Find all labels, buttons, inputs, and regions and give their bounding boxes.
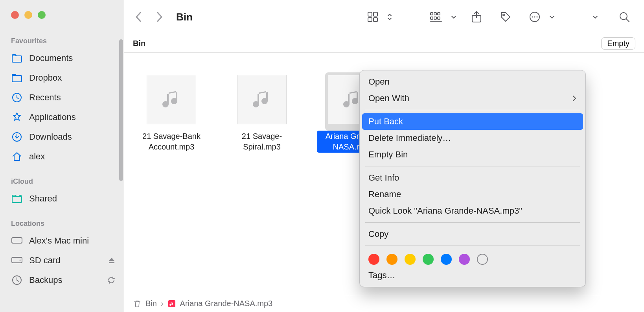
toolbar: Bin xyxy=(124,0,644,34)
sidebar-item-label: alex xyxy=(29,151,45,162)
svg-rect-15 xyxy=(431,13,433,15)
shared-folder-icon xyxy=(11,193,23,205)
navigation-buttons xyxy=(133,11,165,22)
audio-file-icon xyxy=(167,299,176,308)
sidebar-item-dropbox[interactable]: Dropbox xyxy=(0,68,124,88)
menu-item-open[interactable]: Open xyxy=(360,74,585,90)
actions-button[interactable] xyxy=(524,9,557,25)
file-item[interactable]: 21 Savage-Bank Account.mp3 xyxy=(136,72,207,153)
chevron-down-icon xyxy=(549,15,557,19)
tag-blue[interactable] xyxy=(441,254,452,265)
svg-rect-6 xyxy=(12,238,22,243)
tags-button[interactable] xyxy=(498,9,513,25)
sidebar-item-backups[interactable]: Backups xyxy=(0,270,124,290)
sidebar-item-documents[interactable]: Documents xyxy=(0,48,124,68)
sidebar-item-label: Documents xyxy=(29,53,73,63)
grid-view-icon xyxy=(365,9,381,25)
back-button[interactable] xyxy=(133,11,144,22)
sidebar-item-shared[interactable]: Shared xyxy=(0,189,124,209)
icloud-section-label: iCloud xyxy=(0,175,124,189)
path-segment-root[interactable]: Bin xyxy=(145,299,157,308)
svg-rect-16 xyxy=(434,13,436,15)
minimize-window-button[interactable] xyxy=(24,11,32,19)
sidebar-item-home[interactable]: alex xyxy=(0,147,124,166)
search-button[interactable] xyxy=(616,9,632,25)
file-label: 21 Savage-Spiral.mp3 xyxy=(226,131,297,153)
svg-rect-0 xyxy=(12,56,22,62)
eject-icon[interactable] xyxy=(108,257,115,264)
svg-point-8 xyxy=(20,260,21,261)
menu-tag-row xyxy=(360,249,585,267)
forward-button[interactable] xyxy=(154,11,165,22)
more-icon xyxy=(527,9,543,25)
music-file-icon xyxy=(147,75,196,124)
menu-item-get-info[interactable]: Get Info xyxy=(360,170,585,186)
view-mode-button[interactable] xyxy=(362,9,395,25)
path-segment-current[interactable]: Ariana Grande-NASA.mp3 xyxy=(180,299,273,308)
sidebar-item-label: Recents xyxy=(29,92,61,103)
sidebar-item-mac[interactable]: Alex's Mac mini xyxy=(0,231,124,251)
share-button[interactable] xyxy=(469,9,484,25)
svg-rect-20 xyxy=(438,17,440,19)
chevron-right-icon xyxy=(572,95,577,102)
disk-icon xyxy=(11,255,23,266)
sidebar-item-downloads[interactable]: Downloads xyxy=(0,127,124,147)
sidebar-item-label: Applications xyxy=(29,112,76,122)
svg-rect-19 xyxy=(434,17,436,19)
sidebar-item-label: Shared xyxy=(29,194,57,204)
menu-item-open-with[interactable]: Open With xyxy=(360,90,585,107)
svg-point-25 xyxy=(532,16,533,17)
trash-icon xyxy=(133,299,142,308)
tag-red[interactable] xyxy=(368,254,379,265)
chevron-right-icon: › xyxy=(161,299,164,308)
menu-separator xyxy=(365,110,580,110)
menu-item-empty-bin[interactable]: Empty Bin xyxy=(360,146,585,163)
sidebar-item-applications[interactable]: Applications xyxy=(0,107,124,127)
sidebar-item-label: SD card xyxy=(29,255,60,266)
locations-section-label: Locations xyxy=(0,217,124,231)
context-menu: Open Open With Put Back Delete Immediate… xyxy=(359,70,586,287)
empty-bin-button[interactable]: Empty xyxy=(601,37,635,50)
tag-none[interactable] xyxy=(477,254,488,265)
sidebar-item-recents[interactable]: Recents xyxy=(0,88,124,107)
sidebar-item-label: Alex's Mac mini xyxy=(29,236,89,246)
svg-point-5 xyxy=(19,195,22,197)
menu-item-rename[interactable]: Rename xyxy=(360,186,585,203)
finder-window: Favourites Documents Dropbox Recents App… xyxy=(0,0,644,312)
music-file-icon xyxy=(237,75,287,124)
home-icon xyxy=(11,151,23,162)
sidebar-item-label: Dropbox xyxy=(29,73,62,83)
tag-orange[interactable] xyxy=(386,254,397,265)
toolbar-overflow-button[interactable] xyxy=(587,9,603,25)
chevron-updown-icon xyxy=(387,13,395,21)
clock-icon xyxy=(11,92,23,103)
location-header: Bin Empty xyxy=(124,34,644,53)
file-item[interactable]: 21 Savage-Spiral.mp3 xyxy=(226,72,297,153)
tag-green[interactable] xyxy=(423,254,434,265)
group-by-button[interactable] xyxy=(425,9,458,25)
svg-rect-13 xyxy=(368,18,372,22)
applications-icon xyxy=(11,111,23,123)
tag-purple[interactable] xyxy=(459,254,470,265)
svg-rect-9 xyxy=(109,262,114,263)
menu-item-quick-look[interactable]: Quick Look "Ariana Grande-NASA.mp3" xyxy=(360,203,585,219)
fullscreen-window-button[interactable] xyxy=(38,11,46,19)
svg-rect-14 xyxy=(374,18,377,22)
sidebar-item-label: Backups xyxy=(29,275,62,285)
sidebar-item-sdcard[interactable]: SD card xyxy=(0,251,124,270)
time-machine-icon xyxy=(11,274,23,286)
svg-point-27 xyxy=(536,16,537,17)
svg-point-23 xyxy=(503,14,504,16)
close-window-button[interactable] xyxy=(11,11,19,19)
folder-icon xyxy=(11,72,23,84)
menu-item-copy[interactable]: Copy xyxy=(360,226,585,242)
menu-item-delete-immediately[interactable]: Delete Immediately… xyxy=(360,130,585,146)
computer-icon xyxy=(11,235,23,247)
menu-separator xyxy=(365,222,580,223)
download-icon xyxy=(11,131,23,143)
tag-yellow[interactable] xyxy=(405,254,416,265)
menu-item-tags[interactable]: Tags… xyxy=(360,267,585,284)
sidebar-scrollbar[interactable] xyxy=(119,39,123,181)
svg-rect-18 xyxy=(431,17,433,19)
menu-item-put-back[interactable]: Put Back xyxy=(362,113,583,130)
